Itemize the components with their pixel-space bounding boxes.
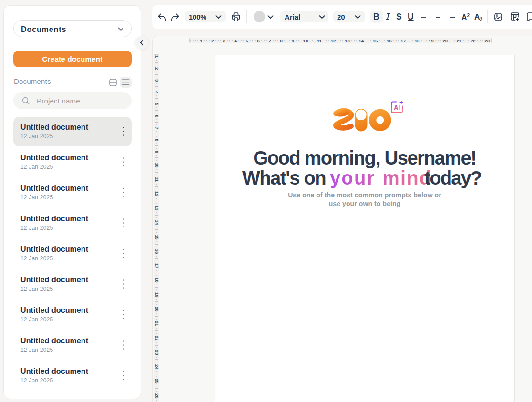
svg-text:AI: AI bbox=[394, 104, 400, 112]
